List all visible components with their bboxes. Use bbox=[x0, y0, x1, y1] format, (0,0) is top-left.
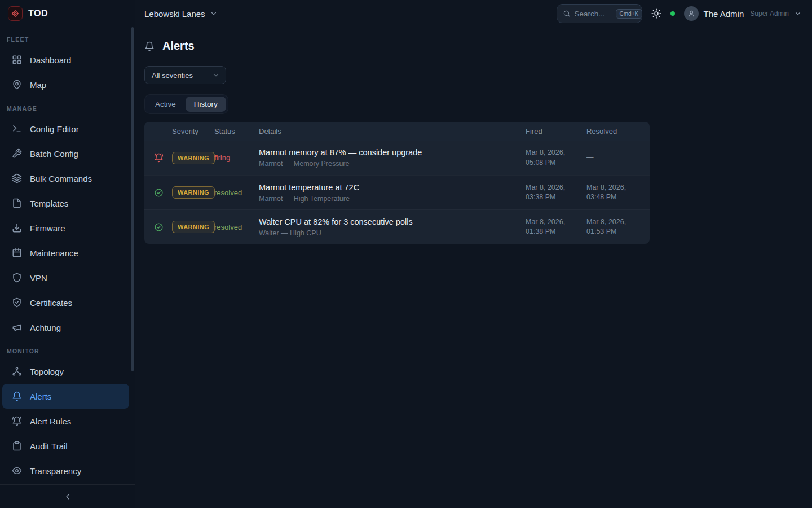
org-switcher[interactable]: Lebowski Lanes bbox=[144, 9, 218, 19]
alert-title: Marmot temperature at 72C bbox=[259, 183, 526, 192]
sidebar-item-firmware[interactable]: Firmware bbox=[2, 216, 129, 240]
topbar: Lebowski Lanes Cmd+K bbox=[135, 0, 812, 27]
connection-status-dot bbox=[670, 11, 675, 16]
nav-section-monitor: MONITOR bbox=[0, 348, 135, 354]
resolved-time: Mar 8, 2026, 01:53 PM bbox=[586, 217, 650, 237]
alert-details: Marmot temperature at 72C Marmot — High … bbox=[259, 183, 526, 203]
dashboard-grid-icon bbox=[12, 55, 22, 65]
sidebar-item-label: VPN bbox=[30, 273, 47, 283]
severity-badge: WARNING bbox=[172, 221, 215, 233]
user-role-badge: Super Admin bbox=[750, 10, 789, 17]
severity-badge: WARNING bbox=[172, 186, 215, 199]
bell-icon bbox=[12, 391, 22, 401]
chevron-down-icon bbox=[212, 71, 220, 79]
status-text: resolved bbox=[214, 223, 259, 231]
sidebar-item-label: Bulk Commands bbox=[30, 174, 92, 183]
sidebar-scrollbar[interactable] bbox=[131, 27, 134, 371]
check-circle-icon bbox=[154, 222, 172, 232]
alert-details: Marmot memory at 87% — consider upgrade … bbox=[259, 148, 526, 168]
sidebar-item-alert-rules[interactable]: Alert Rules bbox=[2, 409, 129, 433]
sidebar-item-label: Maintenance bbox=[30, 248, 78, 258]
fired-clock: 05:08 PM bbox=[526, 158, 586, 168]
status-text: resolved bbox=[214, 189, 259, 197]
fired-time: Mar 8, 2026, 05:08 PM bbox=[526, 148, 586, 168]
certificate-icon bbox=[12, 297, 22, 308]
eye-icon bbox=[12, 466, 22, 476]
clipboard-icon bbox=[12, 441, 22, 451]
table-row[interactable]: WARNING resolved Walter CPU at 82% for 3… bbox=[144, 209, 650, 244]
sidebar-item-bulk-commands[interactable]: Bulk Commands bbox=[2, 166, 129, 191]
resolved-clock: 01:53 PM bbox=[586, 227, 650, 237]
sidebar-collapse-button[interactable] bbox=[60, 489, 76, 505]
resolved-date: — bbox=[586, 153, 650, 163]
col-resolved: Resolved bbox=[586, 127, 650, 135]
sun-icon bbox=[651, 8, 661, 19]
alert-subtitle: Marmot — Memory Pressure bbox=[259, 160, 526, 168]
sidebar-item-label: Batch Config bbox=[30, 149, 78, 159]
sidebar-item-alerts[interactable]: Alerts bbox=[2, 384, 129, 409]
search-input[interactable] bbox=[575, 10, 612, 18]
chevron-down-icon bbox=[210, 10, 218, 17]
sidebar-footer bbox=[0, 484, 135, 508]
theme-toggle-button[interactable] bbox=[650, 7, 663, 20]
chevron-down-icon bbox=[794, 10, 802, 17]
megaphone-icon bbox=[12, 322, 22, 332]
sidebar: TOD FLEET Dashboard Map MANAGE Config Ed… bbox=[0, 0, 135, 508]
avatar bbox=[684, 6, 699, 21]
layers-icon bbox=[12, 173, 22, 183]
page-title: Alerts bbox=[162, 40, 195, 52]
fired-date: Mar 8, 2026, bbox=[526, 183, 586, 193]
fired-date: Mar 8, 2026, bbox=[526, 217, 586, 227]
table-row[interactable]: WARNING resolved Marmot temperature at 7… bbox=[144, 175, 650, 209]
sidebar-nav: FLEET Dashboard Map MANAGE Config Editor bbox=[0, 27, 135, 484]
bell-alert-icon bbox=[154, 153, 172, 163]
fired-clock: 01:38 PM bbox=[526, 227, 586, 237]
page-header: Alerts bbox=[144, 40, 803, 52]
tab-history[interactable]: History bbox=[186, 97, 226, 112]
table-row[interactable]: WARNING firing Marmot memory at 87% — co… bbox=[144, 141, 650, 175]
resolved-clock: 03:48 PM bbox=[586, 192, 650, 203]
tab-active[interactable]: Active bbox=[147, 97, 184, 112]
global-search[interactable]: Cmd+K bbox=[557, 4, 642, 23]
check-circle-icon bbox=[154, 188, 172, 198]
file-icon bbox=[12, 198, 22, 208]
sidebar-item-dashboard[interactable]: Dashboard bbox=[2, 47, 129, 72]
calendar-icon bbox=[12, 248, 22, 258]
col-status: Status bbox=[214, 127, 259, 135]
sidebar-item-label: Dashboard bbox=[30, 55, 71, 65]
fired-time: Mar 8, 2026, 01:38 PM bbox=[526, 217, 586, 237]
sidebar-item-vpn[interactable]: VPN bbox=[2, 265, 129, 290]
org-name: Lebowski Lanes bbox=[144, 9, 205, 19]
sidebar-item-config-editor[interactable]: Config Editor bbox=[2, 116, 129, 141]
col-fired: Fired bbox=[526, 127, 586, 135]
sidebar-item-certificates[interactable]: Certificates bbox=[2, 290, 129, 315]
nav-section-manage: MANAGE bbox=[0, 105, 135, 112]
sidebar-item-transparency[interactable]: Transparency bbox=[2, 458, 129, 483]
alerts-page: Alerts All severities Active History Sev… bbox=[135, 27, 812, 244]
sidebar-item-map[interactable]: Map bbox=[2, 72, 129, 97]
sidebar-item-label: Certificates bbox=[30, 298, 72, 308]
sidebar-item-batch-config[interactable]: Batch Config bbox=[2, 141, 129, 166]
chevron-left-icon bbox=[63, 492, 72, 501]
alert-details: Walter CPU at 82% for 3 consecutive poll… bbox=[259, 217, 526, 237]
search-icon bbox=[563, 10, 571, 17]
download-icon bbox=[12, 223, 22, 233]
sidebar-item-audit-trail[interactable]: Audit Trail bbox=[2, 433, 129, 458]
sidebar-item-label: Audit Trail bbox=[30, 441, 68, 451]
terminal-icon bbox=[12, 124, 22, 134]
severity-badge: WARNING bbox=[172, 152, 215, 164]
severity-filter-select[interactable]: All severities bbox=[144, 66, 226, 84]
network-icon bbox=[12, 366, 22, 376]
sidebar-item-topology[interactable]: Topology bbox=[2, 359, 129, 384]
sidebar-item-achtung[interactable]: Achtung bbox=[2, 315, 129, 340]
user-menu[interactable]: The Admin Super Admin bbox=[683, 5, 803, 22]
sidebar-item-label: Firmware bbox=[30, 224, 65, 233]
wrench-icon bbox=[12, 148, 22, 159]
sidebar-item-label: Map bbox=[30, 80, 46, 90]
alert-title: Marmot memory at 87% — consider upgrade bbox=[259, 148, 526, 157]
table-header-row: Severity Status Details Fired Resolved bbox=[144, 122, 650, 141]
shield-icon bbox=[12, 273, 22, 283]
sidebar-item-maintenance[interactable]: Maintenance bbox=[2, 240, 129, 265]
sidebar-item-templates[interactable]: Templates bbox=[2, 191, 129, 216]
app-logo-icon bbox=[8, 6, 23, 21]
